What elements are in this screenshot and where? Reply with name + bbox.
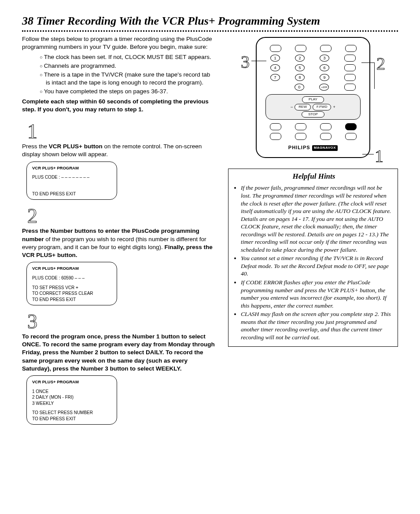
intro-lead: Follow the steps below to program a time…: [22, 35, 216, 51]
remote-button: [320, 133, 332, 140]
remote-num-1: 1: [270, 55, 280, 62]
remote-num-3: 3: [320, 55, 329, 62]
osd-footer: TO CORRECT PRESS CLEAR: [32, 290, 111, 297]
osd-footer: TO END PRESS EXIT: [32, 191, 111, 197]
page-title: 38 Timer Recording With the VCR Plus+ Pr…: [22, 13, 398, 29]
intro-bullets: The clock has been set. If not, CLOCK MU…: [22, 53, 216, 96]
intro-bullet: You have completed the steps on pages 36…: [40, 88, 216, 95]
intro-bullet: Channels are programmed.: [40, 62, 216, 70]
osd-line: 2 DAILY (MON - FRI): [32, 394, 111, 400]
remote-button: [344, 74, 356, 81]
remote-button: [295, 45, 306, 52]
osd-footer: TO END PRESS EXIT: [32, 416, 111, 422]
osd-title: VCR PLUS+ PROGRAM: [32, 266, 111, 272]
instructions-column: Follow the steps below to program a time…: [22, 35, 216, 425]
step-number-2: 2: [26, 206, 37, 226]
remote-transport: PLAY – REW F.FWD + STOP: [265, 94, 361, 120]
osd-footer: TO END PRESS EXIT: [32, 297, 111, 303]
hint-item: You cannot set a timer recording if the …: [241, 254, 393, 278]
step-1-body: Press the VCR PLUS+ button on the remote…: [22, 143, 216, 158]
remote-button: [320, 45, 332, 52]
remote-button: [345, 133, 357, 140]
remote-num-2: 2: [295, 55, 305, 62]
remote-button: [295, 123, 306, 130]
osd-footer: TO SET PRESS VCR +: [32, 285, 111, 291]
remote-num-6: 6: [320, 64, 329, 71]
step-2-body: Press the Number buttons to enter the Pl…: [22, 227, 216, 259]
osd-title: VCR PLUS+ PROGRAM: [32, 165, 111, 171]
osd-footer: TO SELECT PRESS NUMBER: [32, 410, 111, 416]
remote-num-100: +100: [319, 84, 329, 91]
remote-button: [270, 123, 281, 130]
remote-num-9: 9: [320, 74, 329, 81]
ffwd-button: F.FWD: [313, 104, 331, 110]
hints-title: Helpful Hints: [235, 172, 393, 181]
remote-button: [345, 45, 357, 52]
osd-step-1: VCR PLUS+ PROGRAM PLUS CODE : – – – – – …: [26, 162, 117, 200]
step-3-body: To record the program once, press the Nu…: [22, 333, 216, 373]
remote-body: 1 2 3 4 5 6 7 8 9: [256, 37, 370, 158]
hint-item: CLASH may flash on the screen after you …: [241, 310, 393, 341]
callout-3: 3: [241, 50, 250, 74]
page-title-text: Timer Recording With the VCR Plus+ Progr…: [37, 15, 320, 27]
callout-1: 1: [375, 144, 383, 168]
remote-button: [344, 84, 356, 91]
osd-line: 1 ONCE: [32, 389, 111, 395]
callout-line: [361, 62, 375, 63]
intro-block: Follow the steps below to program a time…: [22, 35, 216, 114]
remote-vcrplus-button: [345, 123, 357, 130]
remote-num-8: 8: [295, 74, 305, 81]
brand-box: MAGNAVOX: [312, 145, 338, 151]
remote-brand: PHILIPS MAGNAVOX: [263, 144, 363, 151]
remote-num-0: 0: [295, 84, 304, 91]
rew-button: REW: [295, 104, 311, 110]
remote-button: [344, 55, 356, 62]
play-button: PLAY: [302, 96, 324, 103]
remote-num-5: 5: [295, 64, 305, 71]
intro-bullet: There is a tape in the TV/VCR (make sure…: [40, 71, 216, 87]
remote-button: [295, 133, 306, 140]
step-number-3: 3: [26, 312, 37, 332]
callout-line: [374, 62, 375, 89]
hint-item: If CODE ERROR flashes after you enter th…: [241, 279, 393, 309]
remote-num-7: 7: [270, 74, 280, 81]
remote-button: [344, 64, 356, 71]
remote-num-4: 4: [270, 64, 280, 71]
right-column: 3 2 1 1 2 3: [228, 35, 398, 347]
callout-line: [362, 154, 374, 154]
osd-title: VCR PLUS+ PROGRAM: [32, 379, 111, 385]
complete-note: Complete each step within 60 seconds of …: [22, 98, 216, 114]
osd-line: 3 WEEKLY: [32, 400, 111, 407]
helpful-hints-box: Helpful Hints If the power fails, progra…: [228, 169, 398, 347]
remote-button: [320, 123, 332, 130]
title-divider: [22, 30, 398, 32]
osd-line: PLUS CODE : 60590 – – –: [32, 275, 111, 281]
osd-line: PLUS CODE : – – – – – – – –: [32, 174, 111, 180]
page-number: 38: [22, 15, 33, 27]
remote-button: [270, 45, 281, 52]
callout-2: 2: [376, 52, 385, 76]
callout-line: [251, 61, 266, 61]
osd-step-2: VCR PLUS+ PROGRAM PLUS CODE : 60590 – – …: [26, 262, 117, 305]
osd-step-3: VCR PLUS+ PROGRAM 1 ONCE 2 DAILY (MON - …: [26, 375, 117, 425]
step-number-1: 1: [26, 121, 37, 142]
hint-item: If the power fails, programmed timer rec…: [241, 184, 393, 253]
remote-diagram: 3 2 1 1 2 3: [256, 37, 370, 158]
remote-button: [270, 133, 281, 140]
stop-button: STOP: [302, 111, 324, 118]
intro-bullet: The clock has been set. If not, CLOCK MU…: [40, 53, 216, 61]
